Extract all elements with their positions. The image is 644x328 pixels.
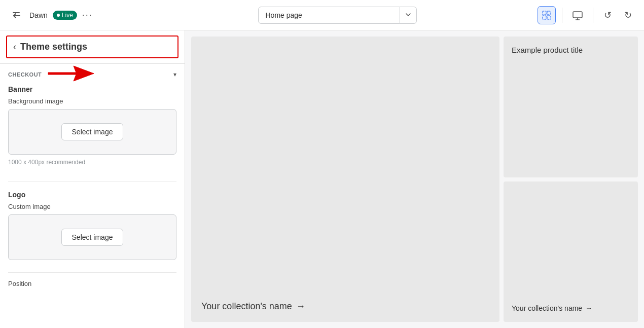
selection-tool-button[interactable] — [538, 6, 556, 24]
logo-title: Logo — [8, 189, 176, 199]
live-dot — [57, 14, 60, 17]
preview-product-card: Example product title — [504, 37, 638, 177]
product-title: Example product title — [512, 45, 630, 55]
topbar-right: ↺ ↻ — [534, 6, 636, 24]
sidebar-body: CHECKOUT ▾ Banner Background image Selec… — [0, 64, 185, 328]
svg-marker-9 — [48, 66, 94, 81]
device-preview-button[interactable] — [568, 6, 587, 24]
custom-image-upload-box: Select image — [8, 214, 176, 260]
preview-area: Your collection's name → Example product… — [185, 30, 644, 328]
topbar-left: Dawn Live ··· — [8, 7, 140, 23]
preview-collection-card: Your collection's name → — [504, 181, 638, 322]
svg-rect-5 — [547, 16, 551, 19]
collection-name: Your collection's name → — [201, 301, 489, 312]
divider-2 — [593, 8, 593, 23]
custom-image-label: Custom image — [8, 203, 176, 210]
svg-rect-2 — [543, 11, 546, 15]
background-image-label: Background image — [8, 97, 176, 105]
page-select[interactable]: Home page — [258, 7, 400, 24]
image-hint-text: 1000 x 400px recommended — [8, 159, 176, 166]
back-button[interactable]: ‹ — [13, 42, 16, 52]
svg-rect-6 — [573, 12, 582, 18]
page-select-arrow-icon[interactable] — [400, 7, 417, 24]
checkout-section-header[interactable]: CHECKOUT ▾ — [0, 64, 185, 83]
topbar-center: Home page — [146, 7, 528, 24]
page-select-wrapper: Home page — [258, 7, 417, 24]
divider-2 — [8, 272, 176, 273]
preview-main-collection: Your collection's name → — [191, 37, 499, 322]
svg-rect-3 — [547, 11, 551, 15]
live-label: Live — [62, 12, 73, 19]
divider — [562, 8, 562, 23]
undo-button[interactable]: ↺ — [599, 7, 616, 23]
live-badge: Live — [53, 11, 77, 20]
main-content: ‹ Theme settings CHECKOUT ▾ Banner Backg… — [0, 30, 644, 328]
more-button[interactable]: ··· — [82, 10, 93, 20]
exit-button[interactable] — [8, 7, 24, 23]
divider-1 — [8, 181, 176, 181]
arrow-right-icon: → — [296, 301, 305, 312]
store-name: Dawn — [29, 11, 48, 19]
svg-rect-4 — [543, 16, 546, 19]
collection-name-sm-text: Your collection's name — [512, 303, 582, 314]
annotation-red-arrow — [43, 64, 94, 84]
topbar: Dawn Live ··· Home page — [0, 0, 644, 30]
svg-rect-0 — [13, 12, 20, 13]
banner-title: Banner — [8, 83, 176, 93]
logo-section: Logo Custom image Select image — [0, 189, 185, 272]
position-label: Position — [0, 280, 185, 291]
banner-section: Banner Background image Select image 100… — [0, 83, 185, 181]
arrow-right-sm-icon: → — [585, 303, 592, 314]
redo-button[interactable]: ↻ — [620, 7, 636, 23]
collection-name-text: Your collection's name — [201, 301, 292, 312]
select-image-button-1[interactable]: Select image — [61, 123, 124, 140]
sidebar-title: Theme settings — [20, 42, 87, 52]
collection-name-sm: Your collection's name → — [512, 303, 630, 314]
select-image-button-2[interactable]: Select image — [61, 229, 124, 246]
checkout-label: CHECKOUT — [8, 71, 42, 78]
sidebar: ‹ Theme settings CHECKOUT ▾ Banner Backg… — [0, 30, 185, 328]
checkout-arrow-icon: ▾ — [173, 71, 176, 78]
background-image-upload-box: Select image — [8, 109, 176, 155]
